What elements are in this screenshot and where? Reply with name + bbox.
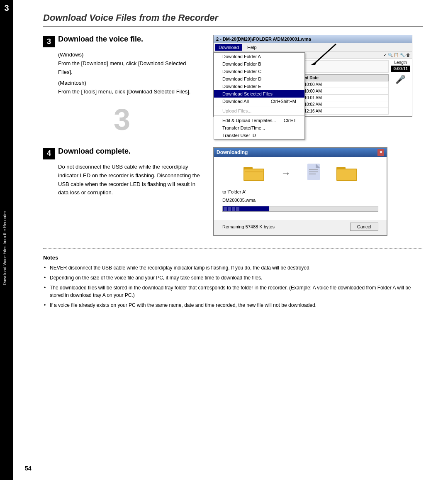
step3-windows: (Windows) — [58, 51, 201, 59]
cancel-button[interactable]: Cancel — [350, 223, 378, 231]
notes-section: Notes NEVER disconnect the USB cable whi… — [43, 248, 423, 309]
dialog-title: Downloading — [217, 149, 248, 155]
dialog-to-folder: to 'Folder A' — [222, 189, 378, 194]
win-title-text: 2 - DM-20(DM20)\FOLDER A\DM200001.wma — [216, 37, 311, 42]
page-number: 54 — [25, 465, 32, 472]
source-folder-svg — [243, 164, 264, 182]
step4-number: 4 — [43, 148, 55, 159]
note-item-1: NEVER disconnect the USB cable while the… — [43, 264, 423, 272]
dropdown-folder-e[interactable]: Download Folder E — [214, 83, 304, 90]
dialog-footer: Remaining 57488 K bytes Cancel — [214, 220, 387, 235]
dialog-icons: → — [222, 164, 378, 183]
dropdown-folder-c[interactable]: Download Folder C — [214, 68, 304, 75]
transfer-arrow-icon: → — [281, 167, 291, 179]
dialog-close-button[interactable]: ✕ — [377, 149, 384, 156]
dropdown-folder-b[interactable]: Download Folder B — [214, 60, 304, 68]
step3-title: Download the voice file. — [58, 35, 143, 44]
dialog-body: → — [214, 157, 387, 220]
page-title: Download Voice Files from the Recorder — [43, 12, 423, 27]
dropdown-transfer-date[interactable]: Transfer Date/Time... — [214, 124, 304, 132]
svg-rect-13 — [337, 169, 356, 180]
source-folder-icon — [243, 164, 264, 182]
progress-bar — [222, 206, 378, 212]
dest-folder-svg — [336, 164, 357, 182]
dropdown-all[interactable]: Download AllCtrl+Shift+M — [214, 98, 304, 105]
dialog-titlebar: Downloading ✕ — [214, 148, 387, 157]
step3-macintosh: (Macintosh) — [58, 79, 201, 88]
arrow-pointer-svg — [307, 42, 340, 67]
recorder-icon: 🎤 — [391, 74, 410, 84]
dropdown-folder-d[interactable]: Download Folder D — [214, 75, 304, 83]
side-chapter-number: 3 — [0, 0, 13, 16]
dialog-filename: DM200005.wma — [222, 198, 378, 203]
svg-rect-4 — [244, 169, 263, 180]
length-label: Length — [391, 60, 410, 65]
file-svg — [307, 164, 320, 180]
notes-list: NEVER disconnect the USB cable while the… — [43, 264, 423, 309]
note-item-2: Depending on the size of the voice file … — [43, 274, 423, 282]
dropdown-folder-a[interactable]: Download Folder A — [214, 53, 304, 60]
download-dropdown: Download Folder A Download Folder B Down… — [214, 52, 305, 140]
dropdown-edit-upload[interactable]: Edit & Upload Templates...Ctrl+T — [214, 117, 304, 124]
step3-number: 3 — [43, 36, 55, 47]
downloading-dialog: Downloading ✕ — [213, 147, 387, 236]
step4-title: Download complete. — [58, 147, 131, 156]
step3-body-line1: From the [Download] menu, click [Downloa… — [58, 59, 201, 77]
side-chapter-label: Download Voice Files from the Recorder — [0, 16, 13, 480]
length-value: 0:00:11 — [391, 66, 410, 72]
toolbar-icons: ✓ 🔍 📋 🔧·🗑 — [383, 53, 410, 57]
step4-body: Do not disconnect the USB cable while th… — [58, 163, 201, 197]
file-icon — [307, 164, 320, 183]
note-item-3: The downloaded files will be stored in t… — [43, 284, 423, 299]
step3-large-decoration: 3 — [43, 105, 201, 135]
progress-bar-fill — [223, 206, 269, 211]
note-item-4: If a voice file already exists on your P… — [43, 301, 423, 309]
step3-body-line2: From the [Tools] menu, click [Download S… — [58, 88, 201, 96]
svg-line-0 — [315, 44, 336, 63]
dropdown-upload: Upload Files... — [214, 107, 304, 115]
dropdown-selected-files[interactable]: Download Selected Files — [214, 90, 304, 98]
remaining-text: Remaining 57488 K bytes — [222, 224, 275, 229]
dropdown-transfer-user[interactable]: Transfer User ID — [214, 132, 304, 139]
svg-marker-1 — [311, 61, 317, 65]
notes-title: Notes — [43, 255, 423, 261]
dest-folder-icon — [336, 164, 357, 182]
